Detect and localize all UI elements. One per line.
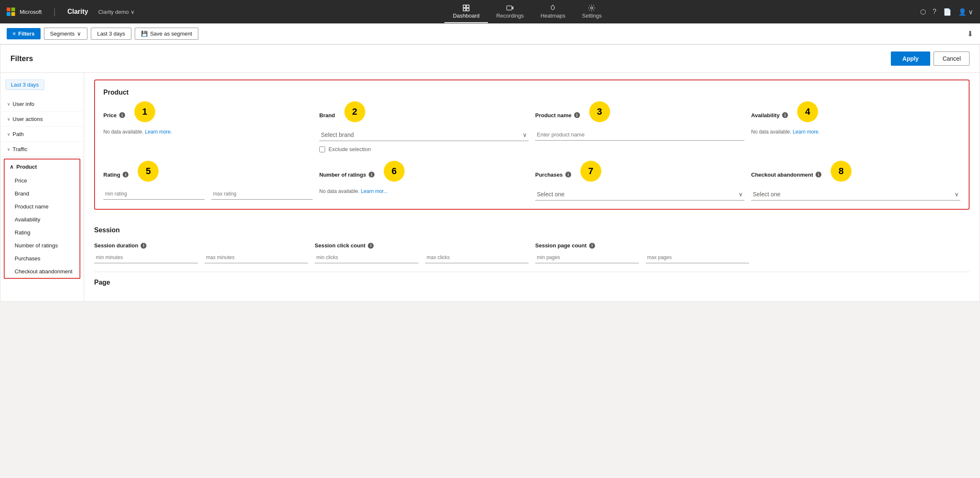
page-section: Page	[94, 272, 970, 286]
nav-icons-right: ⬡ ? 📄 👤 ∨	[920, 8, 973, 16]
session-click-count-label: Session click count i	[315, 242, 528, 249]
number-of-ratings-learn-more[interactable]: Learn mor...	[361, 188, 387, 194]
profile-icon[interactable]: 👤 ∨	[958, 8, 973, 16]
product-filter-grid-row2: Rating i 5 Number of ratings	[103, 164, 960, 200]
sidebar-group-user-info: ∨ User info	[0, 97, 84, 112]
clarity-brand: Clarity	[67, 8, 88, 15]
rating-max-input[interactable]	[211, 188, 313, 200]
number-of-ratings-no-data: No data available. Learn mor...	[319, 188, 528, 194]
badge-1: 1	[134, 101, 155, 122]
checkout-abandonment-select[interactable]: Select one ∨	[751, 188, 960, 200]
product-name-info-icon[interactable]: i	[574, 112, 580, 118]
sidebar-group-path: ∨ Path	[0, 127, 84, 142]
brand-exclude-row: Exclude selection	[319, 146, 528, 152]
number-of-ratings-filter: Number of ratings i 6 No data available.…	[319, 164, 528, 200]
number-of-ratings-info-icon[interactable]: i	[369, 172, 375, 177]
sidebar-item-path[interactable]: ∨ Path	[0, 127, 84, 141]
sidebar-item-availability[interactable]: Availability	[5, 213, 80, 226]
sidebar-item-purchases[interactable]: Purchases	[5, 252, 80, 265]
brand-label: Brand 2	[319, 105, 528, 126]
filters-body: Last 3 days ∨ User info ∨ User actions ∨	[0, 73, 980, 301]
sidebar-item-user-info[interactable]: ∨ User info	[0, 97, 84, 111]
tab-dashboard[interactable]: Dashboard	[444, 1, 488, 23]
badge-6: 6	[384, 161, 405, 182]
chevron-icon: ∨	[7, 132, 10, 136]
cancel-button[interactable]: Cancel	[934, 51, 970, 66]
tab-heatmaps[interactable]: Heatmaps	[532, 1, 574, 23]
session-page-min-input[interactable]	[535, 252, 639, 263]
availability-learn-more[interactable]: Learn more.	[793, 129, 820, 135]
filters-header: Filters Apply Cancel	[0, 45, 980, 73]
sidebar-item-product[interactable]: ∧ Product	[5, 159, 80, 174]
filters-actions: Apply Cancel	[891, 51, 970, 66]
session-click-min-input[interactable]	[315, 252, 418, 263]
session-duration-info-icon[interactable]: i	[141, 243, 146, 249]
filters-button[interactable]: ≡ Filters	[7, 28, 41, 39]
session-page-count-info-icon[interactable]: i	[589, 243, 595, 249]
rating-min-input[interactable]	[103, 188, 205, 200]
session-click-range	[315, 252, 528, 263]
rating-label: Rating i 5	[103, 164, 313, 185]
checkout-chevron-icon: ∨	[954, 191, 959, 198]
sidebar-item-product-name[interactable]: Product name	[5, 200, 80, 213]
help-icon[interactable]: ?	[933, 8, 936, 15]
session-page-count-label: Session page count i	[535, 242, 749, 249]
purchases-info-icon[interactable]: i	[565, 172, 571, 177]
sidebar-product-group: ∧ Product Price Brand Product name Avail…	[4, 159, 80, 279]
download-button[interactable]: ⬇	[967, 29, 973, 39]
svg-rect-2	[463, 8, 466, 11]
product-name-filter: Product name i 3	[535, 105, 744, 152]
sidebar-item-number-of-ratings[interactable]: Number of ratings	[5, 239, 80, 252]
sidebar-item-traffic[interactable]: ∨ Traffic	[0, 142, 84, 157]
session-filter-grid: Session duration i Session click count i	[94, 242, 970, 263]
filters-title: Filters	[10, 54, 33, 63]
segments-button[interactable]: Segments ∨	[44, 28, 88, 40]
save-icon: 💾	[141, 31, 148, 37]
filters-panel: Filters Apply Cancel Last 3 days ∨ User …	[0, 44, 980, 302]
badge-4: 4	[797, 101, 818, 122]
save-segment-button[interactable]: 💾 Save as segment	[135, 28, 198, 40]
brand-exclude-checkbox[interactable]	[319, 146, 325, 152]
sidebar-item-rating[interactable]: Rating	[5, 226, 80, 239]
session-page-count-filter: Session page count i	[535, 242, 749, 263]
session-duration-max-input[interactable]	[205, 252, 308, 263]
product-name-input[interactable]	[535, 129, 744, 141]
price-learn-more[interactable]: Learn more.	[145, 129, 172, 135]
availability-info-icon[interactable]: i	[782, 112, 788, 118]
checkout-abandonment-info-icon[interactable]: i	[816, 172, 821, 177]
session-page-max-input[interactable]	[646, 252, 749, 263]
product-name-label: Product name i 3	[535, 105, 744, 126]
sidebar-item-brand[interactable]: Brand	[5, 187, 80, 200]
session-section: Session Session duration i	[94, 218, 970, 272]
purchases-select[interactable]: Select one ∨	[535, 188, 744, 200]
rating-filter: Rating i 5	[103, 164, 313, 200]
demo-selector[interactable]: Clarity demo ∨	[98, 9, 135, 15]
badge-2: 2	[344, 101, 365, 122]
chevron-icon: ∨	[7, 117, 10, 121]
tab-recordings[interactable]: Recordings	[488, 1, 532, 23]
apply-button[interactable]: Apply	[891, 51, 931, 66]
svg-rect-0	[463, 5, 466, 8]
session-duration-min-input[interactable]	[94, 252, 198, 263]
session-click-count-info-icon[interactable]: i	[368, 243, 374, 249]
svg-rect-3	[467, 8, 469, 11]
availability-no-data: No data available. Learn more.	[751, 129, 960, 135]
date-badge[interactable]: Last 3 days	[5, 80, 44, 90]
sidebar-item-checkout-abandonment[interactable]: Checkout abandonment	[5, 265, 80, 278]
purchases-label: Purchases i 7	[535, 164, 744, 185]
tab-settings[interactable]: Settings	[574, 1, 610, 23]
rating-range	[103, 188, 313, 200]
brand-select[interactable]: Select brand ∨	[319, 129, 528, 141]
share-icon[interactable]: ⬡	[920, 8, 926, 16]
rating-info-icon[interactable]: i	[123, 172, 128, 177]
sidebar-item-user-actions[interactable]: ∨ User actions	[0, 112, 84, 126]
sidebar-item-price[interactable]: Price	[5, 174, 80, 187]
sidebar-group-traffic: ∨ Traffic	[0, 142, 84, 157]
number-of-ratings-label: Number of ratings i 6	[319, 164, 528, 185]
chevron-icon: ∨	[7, 102, 10, 106]
date-button[interactable]: Last 3 days	[91, 28, 131, 40]
notes-icon[interactable]: 📄	[943, 8, 952, 16]
microsoft-label: Microsoft	[20, 9, 42, 15]
session-click-max-input[interactable]	[425, 252, 529, 263]
price-info-icon[interactable]: i	[119, 112, 125, 118]
